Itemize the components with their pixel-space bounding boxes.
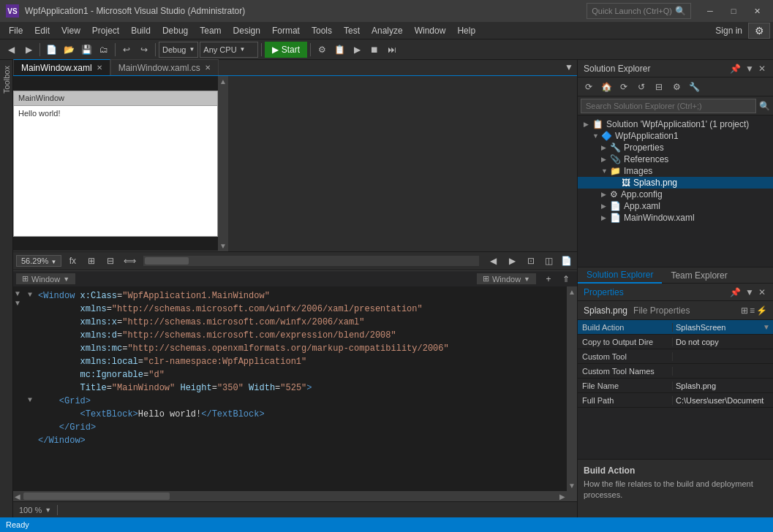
tree-arrow-properties[interactable]: ▶ (601, 144, 610, 151)
collapse-btn[interactable]: ▶ (504, 253, 520, 269)
zoom-dropdown[interactable]: 56.29% ▼ (16, 255, 61, 267)
arrange-btn[interactable]: ⟺ (121, 253, 137, 269)
menu-format[interactable]: Format (266, 24, 306, 37)
tree-item-solution[interactable]: ▶ 📋 Solution 'WpfApplication1' (1 projec… (578, 118, 773, 130)
props-sort-icon[interactable]: ⊞ (741, 305, 748, 316)
tree-item-references[interactable]: ▶ 📎 References (578, 153, 773, 165)
tree-arrow-solution[interactable]: ▶ (584, 121, 592, 128)
se-refresh[interactable]: ↺ (633, 79, 649, 95)
props-pin[interactable]: 📌 (728, 286, 742, 299)
tab-close-0[interactable]: ✕ (97, 64, 102, 72)
toolbar-save-all[interactable]: 🗂 (96, 42, 112, 58)
toolbar-undo[interactable]: ↩ (118, 42, 135, 58)
props-row-buildaction[interactable]: Build Action SplashScreen ▼ (578, 320, 773, 335)
tree-item-splashpng[interactable]: 🖼 Splash.png (578, 177, 773, 189)
tab-team-explorer[interactable]: Team Explorer (662, 267, 736, 284)
menu-team[interactable]: Team (194, 24, 227, 37)
tree-item-project[interactable]: ▼ 🔷 WpfApplication1 (578, 130, 773, 142)
tab-mainwindow-xaml-cs[interactable]: MainWindow.xaml.cs ✕ (110, 59, 219, 75)
code-content[interactable]: ▼ <Window x:Class="WpfApplication1.MainW… (22, 286, 567, 491)
tree-item-appconfig[interactable]: ▶ ⚙ App.config (578, 189, 773, 200)
vscroll-down[interactable]: ▼ (568, 482, 576, 490)
se-filter[interactable]: 🔧 (686, 79, 702, 95)
tree-item-images[interactable]: ▼ 📁 Images (578, 165, 773, 177)
design-vscroll[interactable]: ▲ ▼ (218, 76, 228, 251)
maximize-button[interactable]: □ (723, 4, 744, 18)
menu-view[interactable]: View (56, 24, 86, 37)
menu-edit[interactable]: Edit (29, 24, 56, 37)
tab-dropdown[interactable]: ▼ (561, 59, 577, 75)
window-label-2[interactable]: ⊞ Window ▼ (477, 273, 536, 284)
hscroll-right[interactable]: ▶ (558, 493, 567, 501)
bottom-zoom-arrow[interactable]: ▼ (45, 506, 51, 514)
menu-analyze[interactable]: Analyze (366, 24, 409, 37)
se-collapse[interactable]: ⊟ (651, 79, 667, 95)
tab-mainwindow-xaml[interactable]: MainWindow.xaml ✕ (13, 59, 110, 75)
se-sync[interactable]: ⟳ (581, 79, 597, 95)
menu-help[interactable]: Help (451, 24, 481, 37)
props-event-icon[interactable]: ⚡ (756, 305, 767, 316)
minimize-button[interactable]: ─ (700, 4, 720, 18)
props-val-arrow-0[interactable]: ▼ (763, 323, 770, 331)
toolbar-btn-3[interactable]: ▶ (349, 42, 365, 58)
menu-project[interactable]: Project (86, 24, 125, 37)
se-pending[interactable]: ⟳ (616, 79, 632, 95)
props-row-fullpath[interactable]: Full Path C:\Users\user\Document (578, 393, 773, 408)
code-vscroll[interactable]: ▲ ▼ (567, 286, 577, 491)
formula-btn[interactable]: fx (64, 253, 80, 269)
props-cat-icon[interactable]: ≡ (750, 305, 755, 316)
menu-window[interactable]: Window (409, 24, 452, 37)
debug-config-dropdown[interactable]: Debug ▼ (159, 42, 198, 58)
toolbar-btn-4[interactable]: ⏹ (366, 42, 382, 58)
se-dropdown[interactable]: ▼ (744, 62, 755, 75)
toolbar-save[interactable]: 💾 (78, 42, 94, 58)
start-button[interactable]: ▶ Start (265, 42, 307, 58)
grid-btn-2[interactable]: ⊟ (102, 253, 118, 269)
toolbox-label[interactable]: Toolbox (2, 63, 11, 96)
expand-btn[interactable]: ◀ (485, 253, 501, 269)
tree-item-mainwindow[interactable]: ▶ 📄 MainWindow.xaml (578, 212, 773, 224)
props-row-customtoolnames[interactable]: Custom Tool Names (578, 364, 773, 379)
tree-item-properties[interactable]: ▶ 🔧 Properties (578, 142, 773, 153)
tree-arrow-mainwindow[interactable]: ▶ (601, 214, 610, 221)
platform-dropdown[interactable]: Any CPU ▼ (200, 42, 258, 58)
props-close[interactable]: ✕ (757, 286, 767, 299)
expand-icon-0[interactable]: ▼ (28, 289, 35, 300)
tree-item-appxaml[interactable]: ▶ 📄 App.xaml (578, 200, 773, 212)
props-row-customtool[interactable]: Custom Tool (578, 349, 773, 364)
full-screen-btn[interactable]: ⊡ (523, 253, 539, 269)
code-toolbar-add[interactable]: + (540, 271, 557, 287)
menu-test[interactable]: Test (338, 24, 366, 37)
expand-line-0[interactable]: ▼ (14, 289, 21, 297)
sign-in-button[interactable]: Sign in (709, 24, 748, 37)
menu-tools[interactable]: Tools (306, 24, 338, 37)
window-label-1[interactable]: ⊞ Window ▼ (16, 273, 75, 284)
se-search-input[interactable] (581, 99, 756, 113)
tree-arrow-references[interactable]: ▶ (601, 156, 610, 163)
hscroll[interactable] (143, 256, 479, 266)
tree-arrow-project[interactable]: ▼ (592, 132, 601, 140)
tab-close-1[interactable]: ✕ (205, 64, 211, 72)
tree-arrow-images[interactable]: ▼ (601, 167, 610, 175)
toolbar-open[interactable]: 📂 (61, 42, 77, 58)
split-btn[interactable]: ◫ (540, 253, 557, 269)
tree-arrow-appconfig[interactable]: ▶ (601, 191, 610, 198)
hscroll-left[interactable]: ◀ (13, 493, 22, 501)
toolbar-btn-5[interactable]: ⏭ (384, 42, 400, 58)
toolbar-btn-1[interactable]: ⚙ (314, 42, 330, 58)
grid-btn-1[interactable]: ⊞ (83, 253, 99, 269)
menu-debug[interactable]: Debug (157, 24, 194, 37)
close-button[interactable]: ✕ (747, 4, 767, 18)
tab-solution-explorer[interactable]: Solution Explorer (578, 267, 662, 284)
code-toolbar-vscroll[interactable]: ⇑ (558, 271, 574, 287)
se-home[interactable]: 🏠 (598, 79, 614, 95)
se-close[interactable]: ✕ (757, 62, 767, 75)
menu-design[interactable]: Design (227, 24, 266, 37)
code-hscroll[interactable]: ◀ ▶ (13, 491, 577, 501)
tree-arrow-appxaml[interactable]: ▶ (601, 202, 610, 210)
se-props[interactable]: ⚙ (668, 79, 685, 95)
props-row-filename[interactable]: File Name Splash.png (578, 379, 773, 393)
menu-file[interactable]: File (3, 24, 29, 37)
toolbar-new[interactable]: 📄 (43, 42, 59, 58)
props-row-copytooutput[interactable]: Copy to Output Dire Do not copy (578, 335, 773, 349)
